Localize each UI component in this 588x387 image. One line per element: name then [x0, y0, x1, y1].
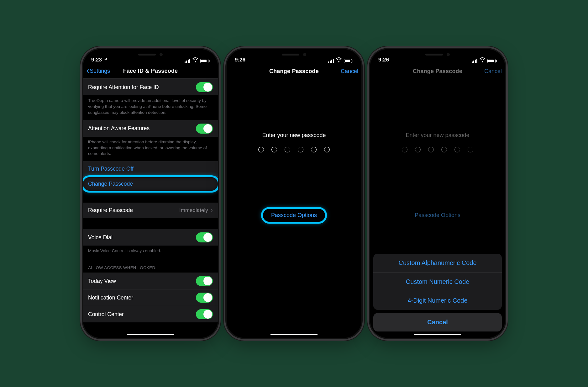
passcode-dot	[454, 147, 460, 152]
switch-require-attention[interactable]	[196, 82, 213, 92]
row-label: Attention Aware Features	[88, 125, 150, 132]
option-custom-numeric[interactable]: Custom Numeric Code	[373, 272, 502, 291]
passcode-options-label: Passcode Options	[415, 212, 460, 218]
passcode-dot	[324, 147, 330, 152]
row-label: Voice Dial	[88, 234, 113, 241]
status-time: 9:26	[378, 57, 389, 63]
signal-icon	[472, 59, 477, 63]
row-label: Require Passcode	[88, 207, 133, 214]
battery-icon	[344, 59, 353, 63]
switch-attention-aware[interactable]	[196, 124, 213, 134]
row-change-passcode[interactable]: Change Passcode	[83, 176, 218, 191]
battery-icon	[200, 59, 210, 63]
footer-require-attention: TrueDepth camera will provide an additio…	[83, 95, 218, 120]
footer-voice-dial: Music Voice Control is always enabled.	[83, 246, 218, 258]
row-label: Notification Center	[88, 294, 133, 301]
passcode-prompt: Enter your new passcode	[262, 132, 326, 139]
row-label: Require Attention for Face ID	[88, 84, 159, 91]
passcode-options-button: Passcode Options	[408, 209, 467, 222]
row-control-center[interactable]: Control Center	[83, 306, 218, 322]
signal-icon	[328, 59, 334, 63]
action-sheet-cancel[interactable]: Cancel	[373, 313, 502, 331]
page-title: Face ID & Passcode	[123, 68, 178, 74]
switch-today-view[interactable]	[196, 276, 213, 286]
option-four-digit[interactable]: 4-Digit Numeric Code	[373, 291, 502, 310]
passcode-dot	[271, 147, 277, 152]
passcode-dot	[428, 147, 434, 152]
switch-notification-center[interactable]	[196, 293, 213, 303]
switch-control-center[interactable]	[196, 309, 213, 319]
row-notification-center[interactable]: Notification Center	[83, 289, 218, 306]
phone-settings: 9:23 ‹ Settings Face ID & Passcode Requ	[83, 49, 218, 338]
row-require-attention[interactable]: Require Attention for Face ID	[83, 79, 218, 95]
battery-icon	[487, 59, 497, 63]
passcode-dot	[285, 147, 290, 152]
wifi-icon	[336, 59, 342, 63]
chevron-left-icon: ‹	[86, 66, 89, 75]
phone-change-passcode: 9:26 Change Passcode Cancel Enter your n…	[227, 49, 361, 338]
passcode-entry: Enter your new passcode	[227, 79, 361, 338]
notch	[260, 49, 328, 60]
option-custom-alphanumeric[interactable]: Custom Alphanumeric Code	[373, 254, 502, 272]
action-sheet: Custom Alphanumeric Code Custom Numeric …	[373, 254, 502, 331]
nav-bar: Change Passcode Cancel	[370, 64, 505, 79]
section-header-allow-access: ALLOW ACCESS WHEN LOCKED:	[83, 258, 218, 273]
cancel-button[interactable]: Cancel	[341, 68, 358, 75]
row-value: Immediately	[179, 207, 208, 214]
passcode-prompt: Enter your new passcode	[406, 132, 469, 139]
row-label: Today View	[88, 278, 116, 284]
page-title: Change Passcode	[413, 68, 462, 75]
passcode-dot	[415, 147, 421, 152]
passcode-dot	[468, 147, 473, 152]
passcode-dot	[311, 147, 317, 152]
status-time: 9:26	[235, 57, 245, 63]
back-button[interactable]: ‹ Settings	[86, 67, 110, 75]
row-require-passcode[interactable]: Require Passcode Immediately ›	[83, 203, 218, 218]
settings-list[interactable]: Require Attention for Face ID TrueDepth …	[83, 79, 218, 338]
notch	[403, 49, 472, 60]
status-time: 9:23	[91, 57, 102, 63]
home-indicator[interactable]	[270, 334, 318, 335]
cancel-button[interactable]: Cancel	[484, 68, 502, 75]
back-label: Settings	[90, 68, 110, 74]
signal-icon	[185, 59, 190, 63]
nav-bar: Change Passcode Cancel	[227, 64, 361, 79]
footer-attention-aware: iPhone will check for attention before d…	[83, 137, 218, 162]
row-today-view[interactable]: Today View	[83, 273, 218, 289]
passcode-dots	[402, 147, 473, 152]
row-voice-dial[interactable]: Voice Dial	[83, 229, 218, 246]
passcode-dot	[402, 147, 407, 152]
row-label: Change Passcode	[88, 181, 133, 187]
action-sheet-options: Custom Alphanumeric Code Custom Numeric …	[373, 254, 502, 310]
wifi-icon	[192, 59, 198, 63]
passcode-dot	[298, 147, 303, 152]
passcode-dot	[441, 147, 447, 152]
row-label: Control Center	[88, 311, 124, 318]
nav-bar: ‹ Settings Face ID & Passcode	[83, 64, 218, 79]
row-label: Turn Passcode Off	[88, 166, 134, 172]
chevron-right-icon: ›	[211, 206, 213, 214]
passcode-options-label: Passcode Options	[271, 212, 317, 218]
page-title: Change Passcode	[269, 68, 319, 75]
passcode-options-button[interactable]: Passcode Options	[265, 209, 323, 222]
home-indicator[interactable]	[127, 334, 174, 335]
location-icon	[104, 57, 108, 63]
home-indicator[interactable]	[414, 334, 461, 335]
row-attention-aware[interactable]: Attention Aware Features	[83, 120, 218, 137]
passcode-dot	[258, 147, 264, 152]
passcode-dots	[258, 147, 330, 152]
wifi-icon	[479, 59, 486, 63]
switch-voice-dial[interactable]	[196, 232, 213, 242]
notch	[116, 49, 185, 60]
row-turn-passcode-off[interactable]: Turn Passcode Off	[83, 161, 218, 176]
phone-passcode-options-sheet: 9:26 Change Passcode Cancel Enter your n…	[370, 49, 505, 338]
